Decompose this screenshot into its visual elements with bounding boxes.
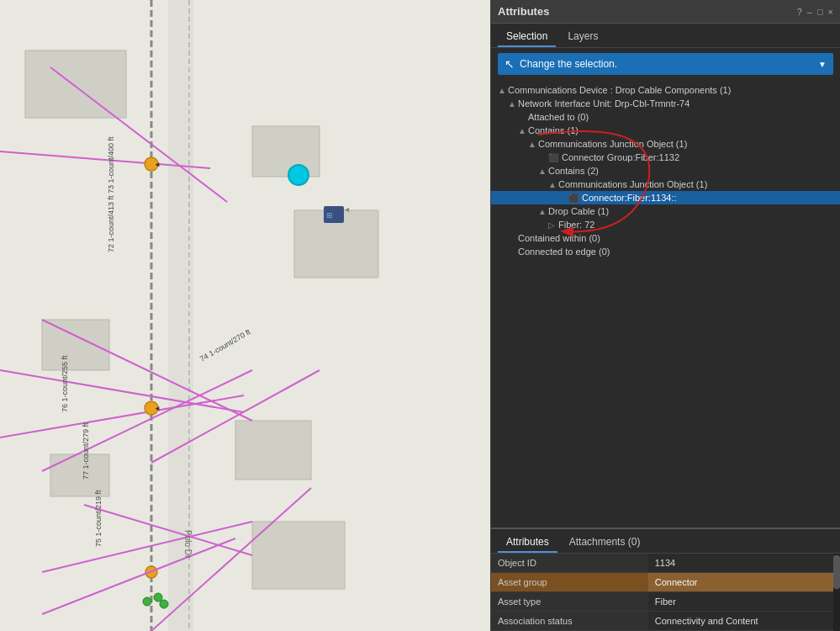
svg-text:77 1-count/279 ft: 77 1-count/279 ft <box>82 422 90 480</box>
map-panel[interactable]: ◄ ◄ ⊞ ◄ Polo Dr <box>0 0 490 631</box>
connector-icon: ⬛ <box>548 153 558 162</box>
expand-icon[interactable]: ▲ <box>538 167 547 176</box>
svg-text:◄: ◄ <box>343 205 351 214</box>
tab-attachments[interactable]: Attachments (0) <box>561 533 649 553</box>
expand-icon[interactable]: ▲ <box>498 86 506 95</box>
scrollbar-thumb[interactable] <box>833 555 840 589</box>
attr-key: Object ID <box>491 554 648 573</box>
svg-point-23 <box>143 597 151 606</box>
svg-rect-8 <box>252 522 345 589</box>
table-row: Object ID 1134 <box>491 554 840 573</box>
tree-item-label: Attached to (0) <box>528 112 589 122</box>
attr-value: 1134 <box>648 554 840 573</box>
tree-item[interactable]: Connected to edge (0) <box>491 245 840 258</box>
tree-item-selected[interactable]: ⬛ Connector:Fiber:1134:: <box>491 191 840 204</box>
attr-value: Connectivity and Content <box>648 612 840 631</box>
tree-item[interactable]: Contained within (0) <box>491 231 840 245</box>
tree-item[interactable]: ▲ Network Interface Unit: Drp-Cbl-Trmntr… <box>491 97 840 110</box>
attr-key: Association status <box>491 612 648 631</box>
tree-item[interactable]: ▲ Contains (1) <box>491 124 840 137</box>
float-button[interactable]: □ <box>817 7 823 17</box>
selection-dropdown[interactable]: ↖ Change the selection. ▼ <box>498 53 833 75</box>
svg-point-24 <box>154 593 162 602</box>
table-row: Association status Connectivity and Cont… <box>491 612 840 631</box>
attr-value: Connector <box>648 573 840 592</box>
tree-item[interactable]: ⬛ Connector Group:Fiber:1132 <box>491 151 840 164</box>
pin-button[interactable]: – <box>807 7 812 17</box>
tree-item-label: Connector Group:Fiber:1132 <box>562 152 679 162</box>
tree-item-label: Fiber: 72 <box>558 220 594 230</box>
tree-item-label: Contains (1) <box>528 125 578 135</box>
attr-key: Asset group <box>491 573 648 592</box>
scrollbar-track[interactable] <box>833 554 840 631</box>
tree-item[interactable]: ▲ Communications Device : Drop Cable Com… <box>491 83 840 97</box>
svg-rect-5 <box>42 320 109 370</box>
dropdown-label: Change the selection. <box>520 58 617 70</box>
tree-item[interactable]: ▲ Drop Cable (1) <box>491 204 840 218</box>
tree-item[interactable]: ▷ Fiber: 72 <box>491 218 840 231</box>
expand-icon[interactable]: ▲ <box>548 180 557 189</box>
svg-text:⊞: ⊞ <box>326 211 333 220</box>
svg-rect-3 <box>252 126 320 177</box>
svg-text:75 1-count/219 ft: 75 1-count/219 ft <box>94 490 103 547</box>
tab-selection[interactable]: Selection <box>498 27 556 47</box>
bottom-tabs: Attributes Attachments (0) <box>491 529 840 554</box>
attr-key: Asset type <box>491 592 648 612</box>
tree-item[interactable]: ▲ Communications Junction Object (1) <box>491 137 840 151</box>
close-button[interactable]: × <box>828 7 833 17</box>
tree-item-label: Connector:Fiber:1134:: <box>582 193 677 203</box>
panel-controls: ? – □ × <box>797 7 833 17</box>
attributes-panel: Attributes ? – □ × Selection Layers ↖ Ch… <box>490 0 840 631</box>
expand-icon[interactable]: ▲ <box>538 207 547 216</box>
table-row: Asset type Fiber <box>491 592 840 612</box>
tree-item-label: Network Interface Unit: Drp-Cbl-Trmntr-7… <box>518 98 689 109</box>
expand-icon[interactable]: ▲ <box>528 140 536 149</box>
svg-text:◄: ◄ <box>154 405 161 412</box>
svg-text:72 1-count/413 ft 73 1-count/4: 72 1-count/413 ft 73 1-count/400 ft <box>107 136 115 252</box>
tab-attributes[interactable]: Attributes <box>498 533 557 553</box>
panel-title: Attributes <box>498 5 549 18</box>
dropdown-arrow: ▼ <box>818 60 827 69</box>
svg-point-30 <box>288 165 309 185</box>
tree-view[interactable]: ▲ Communications Device : Drop Cable Com… <box>491 80 840 528</box>
attributes-table: Object ID 1134 Asset group Connector Ass… <box>491 554 840 631</box>
tree-item-label: Communications Junction Object (1) <box>538 139 687 149</box>
tree-item[interactable]: Attached to (0) <box>491 110 840 124</box>
help-button[interactable]: ? <box>797 7 802 17</box>
bottom-section: Attributes Attachments (0) Object ID 113… <box>491 528 840 631</box>
connector-icon: ⬛ <box>568 194 578 203</box>
tree-item-label: Drop Cable (1) <box>548 206 609 216</box>
tree-item-label: Contained within (0) <box>518 233 600 243</box>
tree-item-label: Communications Junction Object (1) <box>558 179 707 189</box>
svg-rect-2 <box>25 50 126 118</box>
tree-item-label: Contains (2) <box>548 166 599 176</box>
svg-rect-6 <box>235 421 311 480</box>
tree-item[interactable]: ▲ Communications Junction Object (1) <box>491 178 840 191</box>
tree-item[interactable]: ▲ Contains (2) <box>491 164 840 178</box>
tabs-row: Selection Layers <box>491 24 840 48</box>
svg-text:76 1-count/255 ft: 76 1-count/255 ft <box>61 355 69 412</box>
table-row-highlighted: Asset group Connector <box>491 573 840 592</box>
panel-header: Attributes ? – □ × <box>491 0 840 24</box>
selection-icon: ↖ <box>505 57 515 71</box>
tab-layers[interactable]: Layers <box>559 27 606 47</box>
expand-icon[interactable]: ▷ <box>548 220 557 230</box>
expand-icon[interactable]: ▲ <box>508 99 516 109</box>
svg-text:◄: ◄ <box>154 161 161 168</box>
attr-value: Fiber <box>648 592 840 612</box>
svg-text:Polo Dr: Polo Dr <box>183 530 193 559</box>
svg-point-25 <box>160 600 168 608</box>
expand-icon[interactable]: ▲ <box>518 126 526 135</box>
tree-item-label: Connected to edge (0) <box>518 247 610 257</box>
tree-item-label: Communications Device : Drop Cable Compo… <box>508 85 731 95</box>
